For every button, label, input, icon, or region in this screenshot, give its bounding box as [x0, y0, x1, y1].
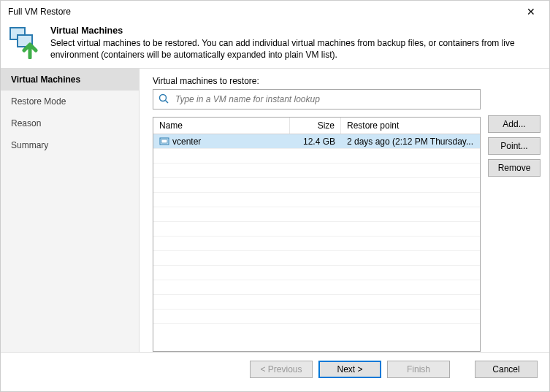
search-field[interactable]: [153, 89, 481, 109]
sidebar-item-virtual-machines[interactable]: Virtual Machines: [1, 69, 139, 91]
wizard-footer: < Previous Next > Finish Cancel: [1, 352, 549, 385]
cell-size: 12.4 GB: [290, 137, 341, 147]
cell-name: vcenter: [172, 137, 201, 147]
svg-line-3: [166, 100, 169, 103]
sidebar-item-summary[interactable]: Summary: [1, 134, 139, 156]
point-button[interactable]: Point...: [488, 137, 541, 155]
add-button[interactable]: Add...: [488, 115, 541, 133]
next-button[interactable]: Next >: [318, 361, 381, 378]
svg-point-2: [160, 94, 167, 101]
search-icon: [158, 93, 169, 107]
sidebar-item-reason[interactable]: Reason: [1, 112, 139, 134]
previous-button: < Previous: [250, 361, 313, 378]
sidebar-item-restore-mode[interactable]: Restore Mode: [1, 91, 139, 112]
finish-button: Finish: [387, 361, 450, 378]
table-row[interactable]: vcenter 12.4 GB 2 days ago (2:12 PM Thur…: [153, 134, 480, 149]
vm-icon: [159, 137, 169, 147]
titlebar: Full VM Restore ✕: [1, 1, 549, 23]
cancel-button[interactable]: Cancel: [475, 361, 538, 378]
wizard-header: Virtual Machines Select virtual machines…: [1, 23, 549, 68]
table-header: Name Size Restore point: [153, 118, 480, 134]
col-size[interactable]: Size: [290, 118, 341, 134]
vm-table: Name Size Restore point vcenter 12.4 GB: [153, 117, 481, 352]
page-description: Select virtual machines to be restored. …: [50, 37, 542, 61]
page-title: Virtual Machines: [50, 26, 542, 36]
svg-rect-5: [161, 139, 167, 143]
vm-restore-icon: [8, 26, 42, 59]
vm-list-label: Virtual machines to restore:: [153, 76, 481, 86]
col-restore-point[interactable]: Restore point: [341, 118, 480, 134]
cell-restore-point: 2 days ago (2:12 PM Thursday...: [341, 137, 480, 147]
close-icon[interactable]: ✕: [520, 6, 542, 18]
col-name[interactable]: Name: [153, 118, 290, 134]
wizard-steps: Virtual Machines Restore Mode Reason Sum…: [1, 69, 140, 352]
window-title: Full VM Restore: [8, 7, 71, 17]
remove-button[interactable]: Remove: [488, 159, 541, 177]
table-body: vcenter 12.4 GB 2 days ago (2:12 PM Thur…: [153, 134, 480, 351]
search-input[interactable]: [174, 93, 475, 105]
